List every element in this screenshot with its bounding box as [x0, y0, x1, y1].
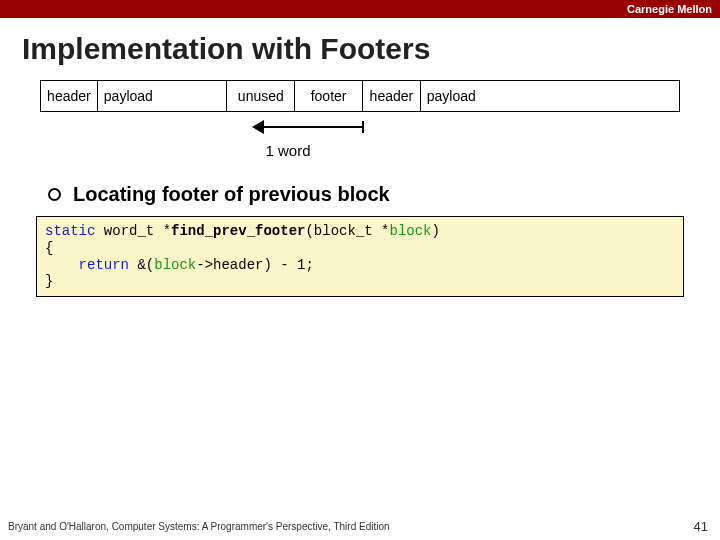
footer-citation: Bryant and O'Hallaron, Computer Systems:…	[8, 521, 390, 532]
arrow-left-icon	[252, 120, 264, 134]
bullet-icon	[48, 188, 61, 201]
code-expr-var: block	[154, 257, 196, 273]
arrow-diagram	[40, 118, 680, 138]
code-sig-open: (block_t *	[305, 223, 389, 239]
slide-title: Implementation with Footers	[0, 18, 720, 74]
code-indent	[45, 257, 79, 273]
code-arg: block	[389, 223, 431, 239]
code-type: word_t *	[95, 223, 171, 239]
cell-payload-1: payload	[98, 80, 228, 112]
bullet-text: Locating footer of previous block	[73, 183, 390, 206]
arrow-line	[258, 126, 364, 128]
code-expr-pre: &(	[129, 257, 154, 273]
code-sig-close: )	[432, 223, 440, 239]
institution-label: Carnegie Mellon	[627, 3, 712, 15]
arrow-tick	[362, 121, 364, 133]
memory-block-diagram: header payload unused footer header payl…	[40, 80, 680, 112]
cell-payload-2: payload	[421, 80, 680, 112]
code-fn-name: find_prev_footer	[171, 223, 305, 239]
code-kw-return: return	[79, 257, 129, 273]
topbar: Carnegie Mellon	[0, 0, 720, 18]
code-box: static word_t *find_prev_footer(block_t …	[36, 216, 684, 297]
page-number: 41	[694, 519, 708, 534]
code-brace-close: }	[45, 273, 53, 289]
code-kw-static: static	[45, 223, 95, 239]
arrow-label: 1 word	[248, 142, 328, 159]
cell-unused: unused	[227, 80, 295, 112]
cell-footer: footer	[295, 80, 363, 112]
code-expr-post: ->header) - 1;	[196, 257, 314, 273]
code-brace-open: {	[45, 240, 53, 256]
cell-header-1: header	[40, 80, 98, 112]
bullet-item: Locating footer of previous block	[48, 183, 720, 206]
cell-header-2: header	[363, 80, 421, 112]
